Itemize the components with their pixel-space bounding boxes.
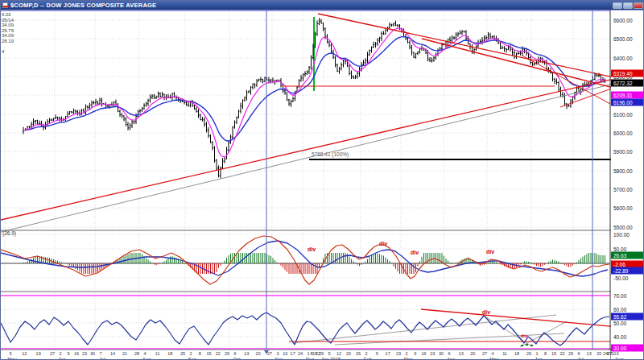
svg-text:6100.00: 6100.00 [613, 112, 633, 118]
chart-area: 5768.41 (100%)(26.9)divdivdivdivdivdiv66… [1, 10, 644, 360]
svg-text:40.00: 40.00 [613, 334, 627, 340]
svg-text:Nov: Nov [275, 357, 284, 360]
svg-text:16: 16 [421, 351, 426, 356]
svg-text:6: 6 [233, 351, 236, 356]
svg-text:25: 25 [180, 351, 185, 356]
info-label: 34.09 [2, 23, 14, 28]
svg-text:3: 3 [276, 351, 279, 356]
chart-window: $COMP,D -- DOW JONES COMPOSITE AVERAGE 6… [0, 0, 644, 360]
svg-text:13: 13 [587, 351, 592, 356]
svg-text:Aug: Aug [142, 357, 151, 360]
svg-text:12: 12 [22, 351, 27, 356]
svg-text:14: 14 [110, 351, 115, 356]
svg-text:Jun: Jun [58, 357, 66, 360]
svg-text:20: 20 [256, 351, 261, 356]
svg-text:1: 1 [307, 351, 309, 356]
svg-text:17: 17 [386, 351, 390, 356]
info-label: 28.19 [2, 39, 14, 44]
svg-text:19: 19 [36, 351, 41, 356]
svg-text:div: div [482, 309, 490, 315]
svg-text:-2.06: -2.06 [613, 262, 625, 267]
svg-text:Apr: Apr [447, 357, 454, 360]
svg-text:6: 6 [577, 351, 580, 356]
svg-text:70.00: 70.00 [613, 293, 627, 299]
svg-text:11: 11 [502, 351, 507, 356]
svg-text:9: 9 [414, 351, 416, 356]
svg-text:2: 2 [189, 351, 192, 356]
svg-text:23: 23 [430, 351, 435, 356]
svg-text:(26.9): (26.9) [2, 230, 16, 237]
window-controls [613, 2, 643, 9]
svg-text:26: 26 [356, 351, 361, 356]
svg-text:13: 13 [459, 351, 464, 356]
svg-text:24: 24 [603, 351, 608, 356]
svg-text:6272.32: 6272.32 [613, 81, 633, 86]
svg-text:29: 29 [568, 351, 573, 356]
svg-text:6319.40: 6319.40 [613, 71, 633, 77]
svg-text:div: div [486, 249, 494, 254]
svg-text:18: 18 [167, 351, 172, 356]
svg-text:27: 27 [482, 351, 487, 356]
svg-text:30: 30 [90, 351, 95, 356]
svg-text:div: div [411, 250, 419, 255]
svg-text:18: 18 [514, 351, 519, 356]
svg-text:27: 27 [50, 351, 55, 356]
svg-text:15: 15 [206, 351, 211, 356]
svg-text:29: 29 [319, 351, 324, 356]
svg-text:2: 2 [405, 351, 407, 356]
minimize-button[interactable] [613, 2, 622, 9]
svg-text:Feb: Feb [364, 357, 373, 360]
maximize-button[interactable] [623, 2, 633, 9]
svg-text:6600.00: 6600.00 [613, 18, 633, 23]
svg-text:5: 5 [9, 351, 11, 356]
svg-text:5: 5 [328, 351, 330, 356]
svg-text:Aug: Aug [615, 357, 624, 360]
svg-text:Sep: Sep [188, 357, 197, 360]
svg-text:4: 4 [491, 351, 493, 356]
svg-text:5600.00: 5600.00 [613, 205, 633, 211]
svg-text:6209.31: 6209.31 [613, 93, 633, 98]
info-label: 34.09 [2, 33, 14, 39]
svg-text:6500.00: 6500.00 [613, 36, 633, 42]
svg-text:17: 17 [291, 351, 295, 356]
svg-text:1: 1 [535, 351, 538, 356]
svg-text:5500.00: 5500.00 [613, 225, 633, 230]
svg-text:5700.00: 5700.00 [613, 187, 633, 192]
svg-text:26: 26 [526, 351, 531, 356]
svg-text:20: 20 [470, 351, 475, 356]
svg-text:6400.00: 6400.00 [613, 56, 633, 61]
svg-text:6: 6 [448, 351, 450, 356]
svg-text:29: 29 [225, 351, 229, 356]
title-bar: $COMP,D -- DOW JONES COMPOSITE AVERAGE [1, 1, 644, 10]
svg-text:28: 28 [134, 351, 139, 356]
svg-text:div: div [521, 333, 528, 338]
svg-text:23: 23 [396, 351, 401, 356]
svg-text:10: 10 [283, 351, 287, 356]
svg-text:6000.00: 6000.00 [613, 130, 633, 136]
svg-text:div: div [379, 241, 387, 246]
svg-text:12: 12 [336, 351, 341, 356]
price-axis: 6600.006500.006400.006300.006200.006100.… [611, 10, 644, 352]
svg-text:24: 24 [298, 351, 303, 356]
svg-text:May: May [489, 357, 498, 360]
svg-text:100.00: 100.00 [613, 232, 630, 238]
window-title: $COMP,D -- DOW JONES COMPOSITE AVERAGE [10, 1, 156, 10]
svg-text:22: 22 [559, 351, 564, 356]
svg-text:2: 2 [59, 351, 61, 356]
svg-text:21: 21 [122, 351, 127, 356]
svg-text:50.00: 50.00 [613, 321, 627, 326]
svg-text:-50.00: -50.00 [613, 275, 629, 281]
svg-text:3: 3 [616, 351, 618, 356]
svg-text:50.00: 50.00 [613, 246, 627, 252]
price-chart-svg: 5768.41 (100%)(26.9)divdivdivdivdivdiv66… [1, 10, 644, 360]
close-button[interactable] [634, 2, 643, 9]
info-label: 4 [2, 49, 14, 55]
svg-text:30.00: 30.00 [613, 346, 627, 351]
chart-background [1, 10, 644, 360]
svg-text:Jan 2015: Jan 2015 [321, 357, 341, 360]
svg-text:13: 13 [244, 351, 249, 356]
svg-text:30: 30 [439, 351, 444, 356]
svg-text:-22.89: -22.89 [613, 268, 629, 274]
svg-text:20: 20 [597, 351, 601, 356]
svg-text:8: 8 [544, 351, 547, 356]
